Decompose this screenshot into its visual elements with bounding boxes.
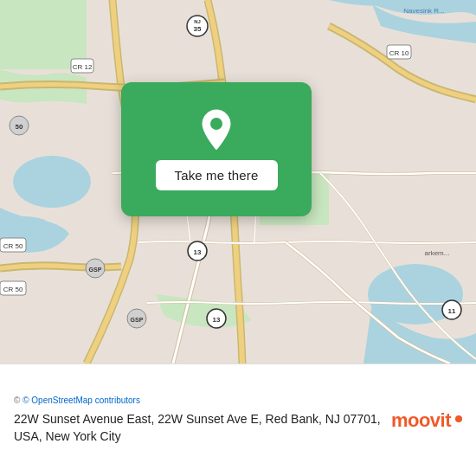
svg-text:13: 13 — [194, 248, 202, 256]
svg-text:CR 12: CR 12 — [73, 63, 93, 71]
svg-text:13: 13 — [213, 316, 221, 324]
moovit-wordmark: moovit — [391, 409, 462, 432]
take-me-there-button[interactable]: Take me there — [156, 160, 278, 190]
bottom-left-content: © © OpenStreetMap contributors 22W Sunse… — [14, 396, 381, 446]
osm-copyright-text: © — [14, 396, 23, 405]
cta-card: Take me there — [121, 82, 312, 216]
location-pin-icon — [197, 108, 235, 151]
svg-text:Navesink R...: Navesink R... — [403, 7, 445, 15]
svg-text:11: 11 — [448, 307, 456, 315]
svg-text:CR 50: CR 50 — [3, 286, 23, 293]
svg-point-1 — [13, 156, 91, 208]
svg-text:arkem...: arkem... — [425, 249, 450, 257]
svg-text:50: 50 — [16, 123, 23, 131]
svg-text:CR 10: CR 10 — [389, 49, 409, 57]
svg-point-31 — [210, 118, 222, 130]
svg-text:NJ: NJ — [194, 19, 201, 24]
bottom-bar: © © OpenStreetMap contributors 22W Sunse… — [0, 363, 476, 476]
svg-text:35: 35 — [194, 25, 202, 33]
moovit-dot-icon — [455, 415, 462, 422]
address-text: 22W Sunset Avenue East, 22W Sunset Ave E… — [14, 410, 381, 446]
moovit-logo: moovit — [391, 409, 462, 432]
osm-link[interactable]: © OpenStreetMap contributors — [23, 396, 140, 405]
svg-text:CR 50: CR 50 — [3, 242, 23, 250]
svg-text:GSP: GSP — [89, 267, 102, 273]
moovit-text: moovit — [391, 409, 451, 432]
osm-attribution: © © OpenStreetMap contributors — [14, 396, 381, 405]
svg-text:GSP: GSP — [131, 317, 144, 323]
